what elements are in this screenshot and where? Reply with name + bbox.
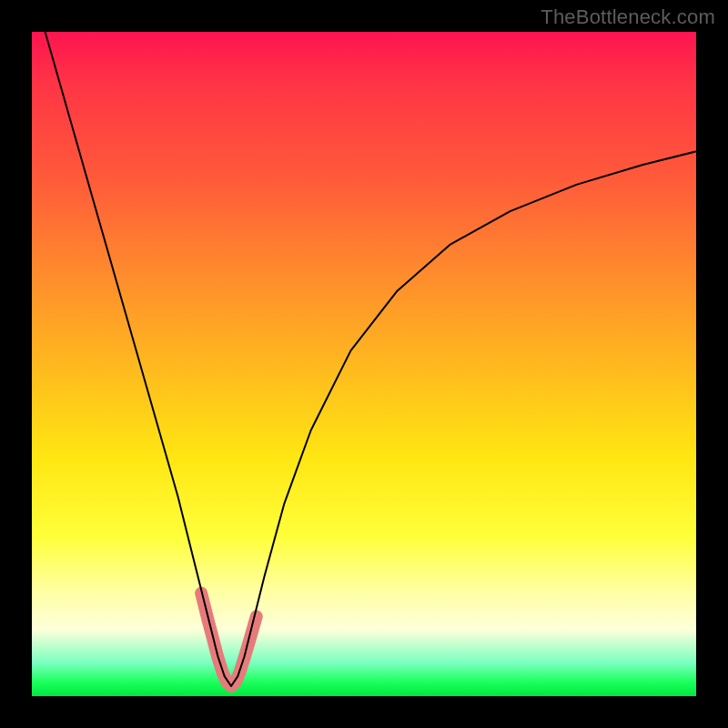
chart-frame: TheBottleneck.com xyxy=(0,0,728,728)
bottleneck-curve xyxy=(46,32,696,686)
curve-svg xyxy=(32,32,696,696)
plot-area xyxy=(32,32,696,696)
watermark-text: TheBottleneck.com xyxy=(541,5,715,29)
